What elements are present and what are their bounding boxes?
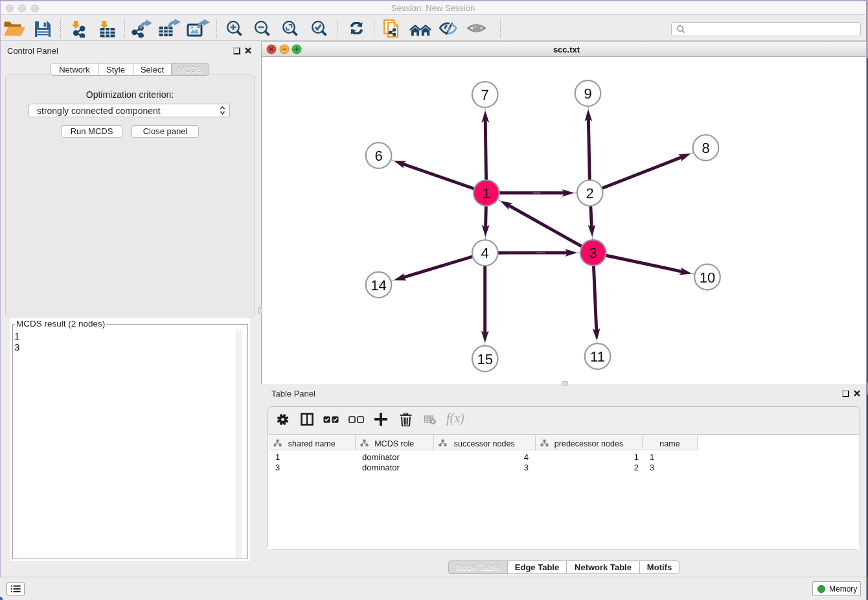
svg-text:1: 1	[483, 185, 490, 201]
svg-text:7: 7	[481, 87, 489, 103]
svg-text:6: 6	[374, 148, 382, 164]
svg-text:4: 4	[481, 245, 489, 261]
svg-text:14: 14	[371, 277, 386, 293]
svg-text:9: 9	[584, 86, 591, 102]
svg-text:8: 8	[702, 140, 709, 156]
svg-text:2: 2	[586, 185, 594, 201]
svg-text:3: 3	[589, 245, 597, 261]
svg-text:15: 15	[477, 351, 492, 367]
svg-text:11: 11	[590, 349, 605, 365]
svg-text:10: 10	[700, 269, 715, 285]
